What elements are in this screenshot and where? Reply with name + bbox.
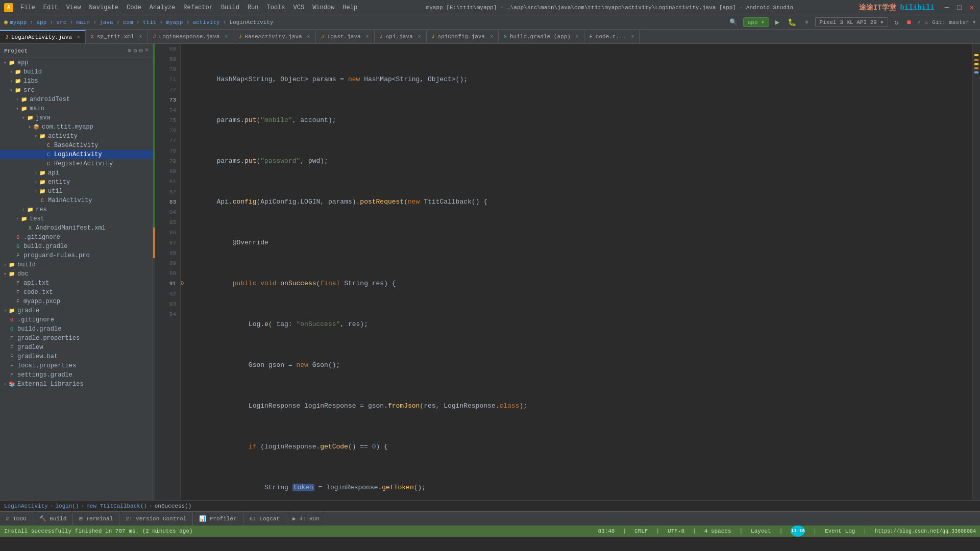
menu-refactor[interactable]: Refactor	[180, 3, 216, 12]
minimize-button[interactable]: ─	[943, 3, 951, 13]
nav-app[interactable]: app	[36, 19, 46, 26]
close-sidebar-icon[interactable]: ×	[145, 47, 149, 55]
tree-item-buildgradle-app[interactable]: G build.gradle	[0, 242, 153, 251]
tree-item-api-txt[interactable]: F api.txt	[0, 279, 153, 288]
expand-arrow-activity[interactable]: ▾	[33, 133, 39, 139]
tab-api[interactable]: J Api.java ×	[375, 30, 427, 43]
status-website[interactable]: https://blog.csdn.net/qq_33608084	[875, 529, 976, 534]
tree-item-manifest[interactable]: X AndroidManifest.xml	[0, 223, 153, 233]
tree-item-build[interactable]: › 📁 build	[0, 67, 153, 77]
bottom-tab-run[interactable]: ▶ 4: Run	[286, 512, 326, 526]
tree-item-gitignore-root[interactable]: G .gitignore	[0, 315, 153, 324]
tab-close-lr[interactable]: ×	[225, 34, 228, 40]
menu-edit[interactable]: Edit	[40, 3, 61, 12]
bottom-tab-vcs[interactable]: 2: Version Control	[119, 512, 193, 526]
status-line-ending[interactable]: CRLF	[634, 528, 648, 534]
tree-item-gradlew[interactable]: F gradlew	[0, 343, 153, 352]
tab-loginactivity[interactable]: J LoginActivity.java ×	[0, 30, 86, 43]
tree-item-src[interactable]: ▾ 📁 src	[0, 86, 153, 95]
tree-item-doc[interactable]: ▾ 📁 doc	[0, 269, 153, 279]
tree-item-test[interactable]: › 📁 test	[0, 214, 153, 223]
expand-arrow-build[interactable]: ›	[8, 69, 14, 75]
expand-arrow-build-root[interactable]: ›	[2, 262, 8, 268]
expand-arrow-package[interactable]: ▾	[27, 124, 33, 130]
settings-icon[interactable]: ⚙	[133, 47, 137, 55]
nav-activity[interactable]: activity	[193, 19, 220, 26]
expand-arrow-app[interactable]: ▾	[2, 60, 8, 66]
menu-vcs[interactable]: VCS	[290, 3, 308, 12]
expand-arrow-libs[interactable]: ›	[8, 79, 14, 84]
tree-item-gradle[interactable]: › 📁 gradle	[0, 306, 153, 315]
tree-item-external-libs[interactable]: › 📚 External Libraries	[0, 380, 153, 389]
tree-item-gitignore-app[interactable]: G .gitignore	[0, 233, 153, 242]
tree-item-util[interactable]: › 📁 util	[0, 187, 153, 196]
menu-code[interactable]: Code	[124, 3, 144, 12]
status-event-log[interactable]: Event Log	[825, 528, 855, 534]
expand-arrow-doc[interactable]: ▾	[2, 271, 8, 277]
search-icon[interactable]: 🔍	[727, 17, 739, 27]
expand-arrow-api[interactable]: ›	[33, 170, 39, 176]
tree-item-api[interactable]: › 📁 api	[0, 168, 153, 178]
run-with-coverage[interactable]: ⚡	[802, 17, 811, 28]
nav-src[interactable]: src	[56, 19, 66, 26]
nav-myapp[interactable]: myapp	[10, 19, 27, 26]
tree-item-proguard[interactable]: F proguard-rules.pro	[0, 251, 153, 260]
run-icon[interactable]: ▶	[773, 17, 781, 28]
tree-item-libs[interactable]: › 📁 libs	[0, 77, 153, 86]
device-selector[interactable]: Pixel 3 XL API 29 ▾	[815, 17, 888, 27]
bc-login[interactable]: login()	[55, 503, 79, 509]
code-container[interactable]: 68 69 70 71 72 73 74 75 76 77 78 79 80 8…	[153, 44, 980, 500]
bottom-tab-logcat[interactable]: 6: Logcat	[243, 512, 286, 526]
tree-item-settings-gradle[interactable]: F settings.gradle	[0, 370, 153, 380]
nav-main[interactable]: main	[76, 19, 89, 26]
menu-file[interactable]: File	[17, 3, 38, 12]
sync-icon[interactable]: ↻	[892, 17, 900, 28]
menu-build[interactable]: Build	[218, 3, 242, 12]
status-layout[interactable]: Layout	[751, 528, 771, 534]
tree-item-app[interactable]: ▾ 📁 app	[0, 58, 153, 67]
tree-item-activity[interactable]: ▾ 📁 activity	[0, 132, 153, 141]
status-indent[interactable]: 4 spaces	[704, 528, 731, 534]
tree-item-mainactivity[interactable]: C MainActivity	[0, 196, 153, 205]
expand-arrow-res[interactable]: ›	[20, 207, 27, 213]
menu-analyze[interactable]: Analyze	[146, 3, 178, 12]
tree-item-code-txt[interactable]: F code.txt	[0, 288, 153, 297]
tree-item-package[interactable]: ▾ 📦 com.ttit.myapp	[0, 122, 153, 132]
tab-close-sp[interactable]: ×	[139, 34, 142, 40]
tree-item-loginactivity[interactable]: C LoginActivity	[0, 150, 153, 159]
expand-arrow-ext[interactable]: ›	[2, 382, 8, 387]
sync-project-icon[interactable]: ⊕	[128, 47, 131, 55]
code-editor[interactable]: HashMap<String, Object> params = new Has…	[181, 44, 972, 500]
menu-navigate[interactable]: Navigate	[86, 3, 121, 12]
right-panel[interactable]	[972, 44, 980, 500]
expand-arrow-src[interactable]: ▾	[8, 87, 14, 93]
menu-run[interactable]: Run	[244, 3, 262, 12]
tree-item-build-root[interactable]: › 📁 build	[0, 260, 153, 269]
tab-baseactivity[interactable]: J BaseActivity.java ×	[233, 30, 315, 43]
menu-tools[interactable]: Tools	[264, 3, 288, 12]
tree-item-res[interactable]: › 📁 res	[0, 205, 153, 214]
status-encoding[interactable]: UTF-8	[668, 528, 684, 534]
tab-close-api[interactable]: ×	[418, 34, 421, 40]
tab-close-toast[interactable]: ×	[366, 34, 369, 40]
tab-close-ac[interactable]: ×	[490, 34, 493, 40]
expand-arrow-util[interactable]: ›	[33, 189, 39, 194]
expand-arrow-java[interactable]: ▾	[20, 115, 27, 121]
tab-sp-ttit[interactable]: X sp_ttit.xml ×	[86, 30, 148, 43]
expand-arrow-androidtest[interactable]: ›	[14, 97, 20, 103]
stop-icon[interactable]: ■	[905, 17, 913, 28]
tree-item-baseactivity[interactable]: C BaseActivity	[0, 141, 153, 150]
menu-help[interactable]: Help	[339, 3, 360, 12]
expand-arrow-gradle[interactable]: ›	[2, 308, 8, 314]
tab-close-code[interactable]: ×	[631, 34, 634, 40]
tab-close-ba[interactable]: ×	[307, 34, 310, 40]
nav-myapp2[interactable]: myapp	[166, 19, 183, 26]
nav-com[interactable]: com	[123, 19, 133, 26]
bc-loginactivity[interactable]: LoginActivity	[4, 503, 48, 509]
bottom-tab-build[interactable]: 🔨 Build	[33, 512, 74, 526]
bottom-tab-profiler[interactable]: 📊 Profiler	[193, 512, 243, 526]
bottom-tab-todo[interactable]: ☑ TODO	[0, 512, 33, 526]
tab-toast[interactable]: J Toast.java ×	[316, 30, 375, 43]
status-cursor[interactable]: 83:48	[598, 528, 615, 534]
tree-item-gradlew-bat[interactable]: F gradlew.bat	[0, 352, 153, 361]
